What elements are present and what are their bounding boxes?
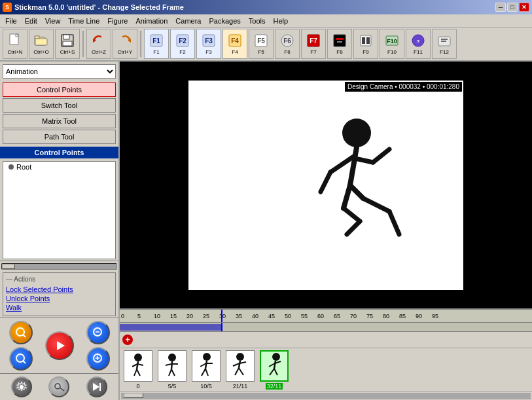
h-scroll-thumb[interactable] <box>124 393 143 398</box>
toolbar-f2-button[interactable]: F2 F2 <box>170 29 195 59</box>
menu-figure[interactable]: Figure <box>103 16 132 26</box>
settings-button[interactable] <box>11 376 32 397</box>
menu-file[interactable]: File <box>1 16 21 26</box>
minimize-button[interactable]: ─ <box>495 3 506 12</box>
svg-line-69 <box>134 369 137 376</box>
ruler-5: 5 <box>137 313 141 319</box>
bottom-row <box>0 373 118 400</box>
toolbar-new-button[interactable]: Ctrl+N <box>3 29 27 59</box>
window-title: Stickman 5.0.0 'untitled' - Change Selec… <box>14 3 184 11</box>
frame-thumb-0[interactable]: 0 <box>122 350 154 390</box>
toolbar-f10-button[interactable]: F10 F10 <box>380 29 404 59</box>
walk-link[interactable]: Walk <box>6 304 113 312</box>
toolbar-undo-button[interactable]: Ctrl+Z <box>86 29 111 59</box>
ruler-50: 50 <box>285 313 291 319</box>
new-label: Ctrl+N <box>8 50 23 55</box>
search-orange-button[interactable] <box>9 321 33 344</box>
key-button[interactable] <box>48 376 69 397</box>
frame-thumb-5[interactable]: 5/5 <box>156 350 188 390</box>
svg-line-76 <box>171 369 175 376</box>
menu-animation[interactable]: Animation <box>132 16 171 26</box>
f10-icon: F10 <box>384 33 400 48</box>
menu-edit[interactable]: Edit <box>21 16 41 26</box>
svg-text:F1: F1 <box>152 37 160 45</box>
tree-item-root[interactable]: Root <box>3 162 115 172</box>
lock-points-link[interactable]: Lock Selected Points <box>6 285 113 293</box>
h-scroll-track[interactable] <box>121 393 531 399</box>
canvas-inner: Design Camera • 000032 • 000:01:280 <box>188 81 463 290</box>
svg-rect-26 <box>336 38 344 40</box>
menu-camera[interactable]: Camera <box>171 16 205 26</box>
stickman-figure <box>294 113 412 257</box>
toolbar-f6-button[interactable]: F6 F6 <box>275 29 300 59</box>
search-blue-2-button[interactable] <box>86 321 110 344</box>
close-button[interactable]: ✕ <box>519 3 529 12</box>
toolbar-f7-button[interactable]: F7 F7 <box>301 29 326 59</box>
toolbar-open-button[interactable]: Ctrl+O <box>29 29 54 59</box>
add-frame-button[interactable]: + <box>122 335 133 345</box>
forward-button[interactable] <box>86 376 107 397</box>
frame-thumb-32[interactable]: 32/11 <box>258 350 290 390</box>
unlock-points-link[interactable]: Unlock Points <box>6 295 113 302</box>
switch-tool-button[interactable]: Switch Tool <box>3 98 116 113</box>
menu-packages[interactable]: Packages <box>205 16 244 26</box>
toolbar: Ctrl+N Ctrl+O Ctrl+S Ctrl+Z Ctrl+Y F1 F1 <box>0 27 532 62</box>
control-points-tree[interactable]: Root <box>3 161 116 259</box>
matrix-tool-button[interactable]: Matrix Tool <box>3 114 116 128</box>
svg-line-78 <box>205 361 207 369</box>
ruler-85: 85 <box>399 313 406 319</box>
f8-icon <box>332 33 347 48</box>
control-points-button[interactable]: Control Points <box>3 82 116 97</box>
search-blue-3-button[interactable] <box>86 347 110 371</box>
frame-label-10: 10/5 <box>200 383 212 390</box>
frame-img-10 <box>192 350 221 382</box>
toolbar-f3-button[interactable]: F3 F3 <box>196 29 221 59</box>
horizontal-scrollbar[interactable] <box>0 261 118 271</box>
redo-label: Ctrl+Y <box>118 50 132 55</box>
undo-label: Ctrl+Z <box>92 50 106 55</box>
menu-tools[interactable]: Tools <box>245 16 270 26</box>
timeline-ruler[interactable]: 0 5 10 15 20 25 30 35 40 45 50 55 60 65 … <box>120 310 532 323</box>
toolbar-f4-button[interactable]: F4 F4 <box>222 29 247 59</box>
toolbar-save-button[interactable]: Ctrl+S <box>55 29 80 59</box>
animation-dropdown[interactable]: Animation <box>3 64 116 79</box>
toolbar-f5-button[interactable]: F5 F5 <box>249 29 274 59</box>
path-tool-button[interactable]: Path Tool <box>3 130 116 144</box>
svg-line-63 <box>363 198 389 211</box>
play-button[interactable] <box>45 331 74 360</box>
canvas-area[interactable]: Design Camera • 000032 • 000:01:280 <box>120 62 532 308</box>
svg-rect-0 <box>10 34 18 45</box>
scroll-track[interactable] <box>1 263 117 270</box>
f1-icon: F1 <box>149 33 164 48</box>
tree-dot-icon <box>9 164 14 170</box>
toolbar-f8-button[interactable]: F8 <box>327 29 352 59</box>
new-icon <box>7 33 23 48</box>
search-blue-button[interactable] <box>9 347 33 371</box>
ruler-45: 45 <box>268 313 275 319</box>
timeline-track[interactable] <box>120 323 532 332</box>
toolbar-f1-button[interactable]: F1 F1 <box>144 29 169 59</box>
menu-timeline[interactable]: Time Line <box>64 16 103 26</box>
add-frame-row: + <box>120 332 532 348</box>
scroll-thumb[interactable] <box>2 264 15 269</box>
ruler-55: 55 <box>301 313 308 319</box>
menu-view[interactable]: View <box>41 16 65 26</box>
svg-line-56 <box>321 172 330 192</box>
svg-line-73 <box>166 364 171 365</box>
svg-text:F2: F2 <box>179 37 186 45</box>
maximize-button[interactable]: □ <box>507 3 518 12</box>
open-icon <box>33 33 49 48</box>
frame-thumb-10[interactable]: 10/5 <box>190 350 222 390</box>
toolbar-f11-button[interactable]: ? F11 <box>406 29 431 59</box>
toolbar-f12-button[interactable]: F12 <box>432 29 457 59</box>
toolbar-redo-button[interactable]: Ctrl+Y <box>113 29 137 59</box>
f12-icon <box>436 33 452 48</box>
svg-line-82 <box>202 369 205 376</box>
menu-help[interactable]: Help <box>269 16 292 26</box>
h-scrollbar[interactable] <box>120 391 532 400</box>
tool-buttons-group: Control Points Switch Tool Matrix Tool P… <box>0 81 118 145</box>
svg-line-58 <box>373 149 389 162</box>
toolbar-f9-button[interactable]: F9 <box>353 29 378 59</box>
frame-thumb-21[interactable]: 21/11 <box>224 350 256 390</box>
svg-line-93 <box>274 369 277 375</box>
